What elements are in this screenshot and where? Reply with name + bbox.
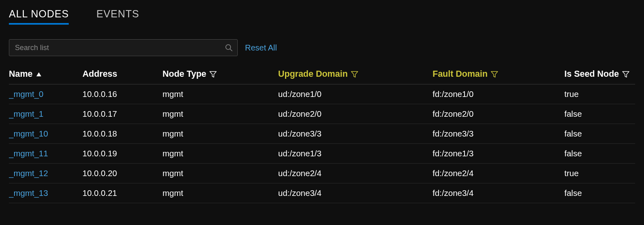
table-row: _mgmt_1210.0.0.20mgmtud:/zone2/4fd:/zone… (9, 164, 635, 183)
node-name-link[interactable]: _mgmt_13 (9, 183, 82, 203)
col-header-fault-domain[interactable]: Fault Domain (433, 65, 564, 84)
cell-address: 10.0.0.17 (82, 104, 163, 124)
col-header-is-seed-node[interactable]: Is Seed Node (564, 65, 635, 84)
search-input[interactable] (9, 39, 238, 56)
sort-asc-icon (36, 72, 42, 77)
cell-is-seed-node: false (564, 104, 635, 124)
cell-address: 10.0.0.18 (82, 124, 163, 144)
cell-upgrade-domain: ud:/zone3/3 (278, 124, 433, 144)
col-header-is-seed-node-label: Is Seed Node (564, 69, 619, 79)
table-row: _mgmt_1010.0.0.18mgmtud:/zone3/3fd:/zone… (9, 124, 635, 144)
cell-node-type: mgmt (163, 164, 278, 183)
table-row: _mgmt_1310.0.0.21mgmtud:/zone3/4fd:/zone… (9, 183, 635, 203)
cell-address: 10.0.0.20 (82, 164, 163, 183)
cell-fault-domain: fd:/zone1/0 (433, 84, 564, 104)
cell-address: 10.0.0.19 (82, 144, 163, 164)
col-header-fault-domain-label: Fault Domain (433, 69, 488, 79)
cell-is-seed-node: true (564, 164, 635, 183)
node-name-link[interactable]: _mgmt_0 (9, 84, 82, 104)
cell-node-type: mgmt (163, 144, 278, 164)
cell-is-seed-node: false (564, 183, 635, 203)
filter-icon[interactable] (491, 71, 498, 78)
cell-node-type: mgmt (163, 124, 278, 144)
cell-address: 10.0.0.21 (82, 183, 163, 203)
col-header-address[interactable]: Address (82, 65, 163, 84)
cell-is-seed-node: false (564, 144, 635, 164)
tabs: ALL NODES EVENTS (9, 8, 635, 25)
col-header-upgrade-domain-label: Upgrade Domain (278, 69, 348, 79)
cell-upgrade-domain: ud:/zone1/3 (278, 144, 433, 164)
col-header-name[interactable]: Name (9, 65, 82, 84)
table-body: _mgmt_010.0.0.16mgmtud:/zone1/0fd:/zone1… (9, 84, 635, 203)
cell-is-seed-node: true (564, 84, 635, 104)
filter-icon[interactable] (622, 71, 629, 78)
table-row: _mgmt_010.0.0.16mgmtud:/zone1/0fd:/zone1… (9, 84, 635, 104)
search-wrap (9, 39, 238, 56)
reset-all-link[interactable]: Reset All (245, 43, 277, 53)
cell-upgrade-domain: ud:/zone1/0 (278, 84, 433, 104)
col-header-name-label: Name (9, 69, 33, 79)
node-name-link[interactable]: _mgmt_10 (9, 124, 82, 144)
cell-fault-domain: fd:/zone1/3 (433, 144, 564, 164)
table-row: _mgmt_1110.0.0.19mgmtud:/zone1/3fd:/zone… (9, 144, 635, 164)
cell-fault-domain: fd:/zone3/4 (433, 183, 564, 203)
col-header-node-type[interactable]: Node Type (163, 65, 278, 84)
col-header-address-label: Address (82, 69, 117, 79)
cell-node-type: mgmt (163, 183, 278, 203)
cell-node-type: mgmt (163, 104, 278, 124)
cell-fault-domain: fd:/zone2/0 (433, 104, 564, 124)
cell-upgrade-domain: ud:/zone2/4 (278, 164, 433, 183)
table-row: _mgmt_110.0.0.17mgmtud:/zone2/0fd:/zone2… (9, 104, 635, 124)
col-header-upgrade-domain[interactable]: Upgrade Domain (278, 65, 433, 84)
node-name-link[interactable]: _mgmt_1 (9, 104, 82, 124)
cell-address: 10.0.0.16 (82, 84, 163, 104)
filter-icon[interactable] (351, 71, 358, 78)
col-header-node-type-label: Node Type (163, 69, 206, 79)
nodes-table: Name Address Node Type (9, 65, 635, 203)
tab-all-nodes[interactable]: ALL NODES (9, 8, 69, 25)
cell-fault-domain: fd:/zone3/3 (433, 124, 564, 144)
node-name-link[interactable]: _mgmt_11 (9, 144, 82, 164)
toolbar: Reset All (9, 39, 635, 56)
cell-is-seed-node: false (564, 124, 635, 144)
cell-fault-domain: fd:/zone2/4 (433, 164, 564, 183)
filter-icon[interactable] (209, 71, 217, 78)
cell-node-type: mgmt (163, 84, 278, 104)
cell-upgrade-domain: ud:/zone2/0 (278, 104, 433, 124)
table-header-row: Name Address Node Type (9, 65, 635, 84)
cell-upgrade-domain: ud:/zone3/4 (278, 183, 433, 203)
tab-events[interactable]: EVENTS (96, 8, 139, 25)
node-name-link[interactable]: _mgmt_12 (9, 164, 82, 183)
